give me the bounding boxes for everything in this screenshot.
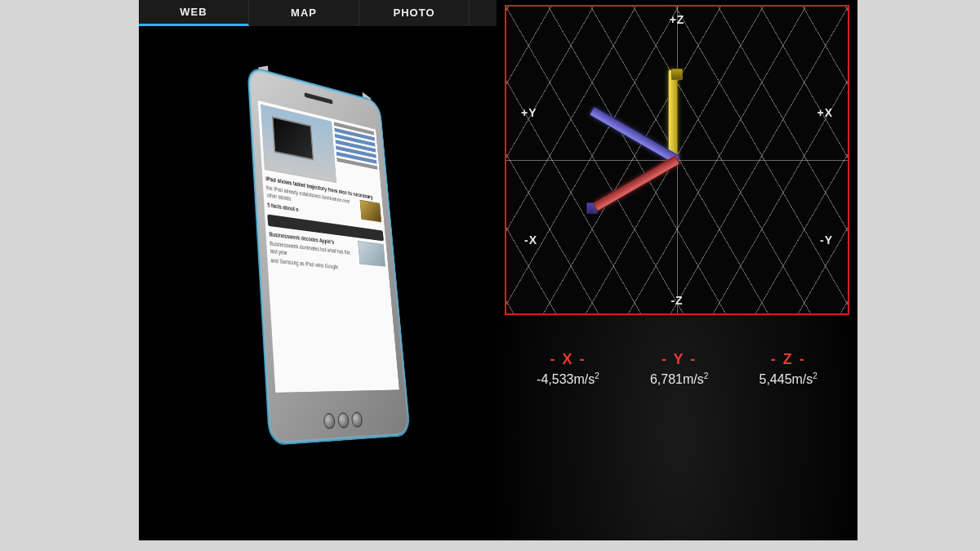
label-plus-x: +X bbox=[817, 106, 833, 119]
readout-z-label: - Z - bbox=[760, 351, 817, 368]
readout-x-label: - X - bbox=[537, 351, 599, 368]
sensor-readouts: - X - -4,533m/s2 - Y - 6,781m/s2 - Z - 5… bbox=[497, 351, 858, 387]
label-minus-y: -Y bbox=[820, 233, 833, 247]
tab-photo[interactable]: PHOTO bbox=[359, 0, 470, 26]
label-minus-x: -X bbox=[524, 233, 537, 247]
readout-z-value: 5,445m/s2 bbox=[760, 371, 817, 387]
right-panel: +Z -Z +Y -Y +X -X - X - -4,533m/s2 - Y -… bbox=[497, 0, 858, 540]
tab-map[interactable]: MAP bbox=[249, 0, 359, 26]
readout-x-value: -4,533m/s2 bbox=[537, 371, 599, 387]
label-minus-z: -Z bbox=[670, 294, 683, 307]
label-plus-y: +Y bbox=[521, 106, 537, 119]
readout-y-value: 6,781m/s2 bbox=[650, 371, 708, 387]
readout-x: - X - -4,533m/s2 bbox=[537, 351, 599, 387]
article-side-links bbox=[333, 119, 381, 194]
left-panel: WEB MAP PHOTO bbox=[139, 0, 490, 540]
readout-y: - Y - 6,781m/s2 bbox=[650, 351, 708, 387]
app-stage: WEB MAP PHOTO bbox=[139, 0, 858, 540]
article-thumb-2 bbox=[358, 241, 385, 267]
readout-z: - Z - 5,445m/s2 bbox=[760, 351, 817, 387]
axis-bar-z bbox=[669, 70, 677, 160]
phone-model: iPad shows tablet trajectory from nice t… bbox=[248, 67, 410, 444]
axis-grid-viewport[interactable]: +Z -Z +Y -Y +X -X bbox=[505, 5, 849, 315]
axis-cap-z bbox=[671, 69, 683, 80]
label-plus-z: +Z bbox=[670, 13, 685, 26]
article-thumb-1 bbox=[359, 200, 381, 223]
phone-3d-viewport[interactable]: iPad shows tablet trajectory from nice t… bbox=[139, 26, 490, 540]
readout-y-label: - Y - bbox=[650, 351, 708, 368]
tab-web[interactable]: WEB bbox=[139, 0, 249, 26]
